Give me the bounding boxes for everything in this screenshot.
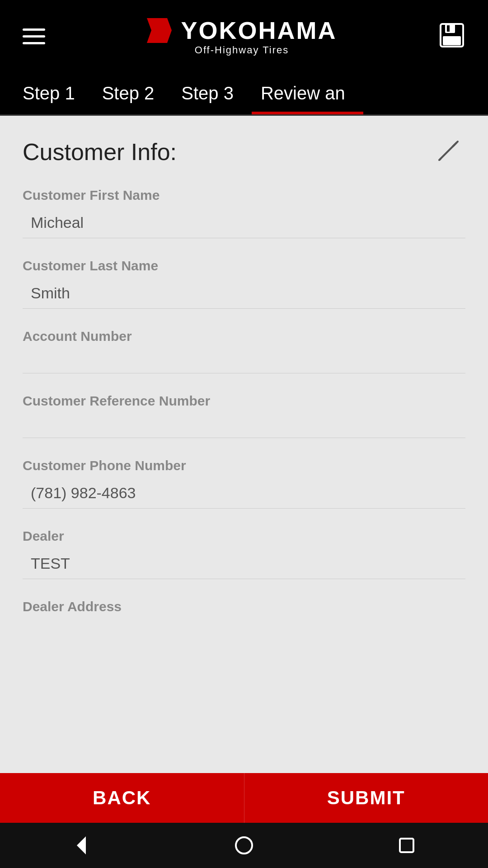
customer-first-name-value: Micheal xyxy=(23,208,465,238)
customer-reference-number-value xyxy=(23,413,465,438)
steps-navigation: Step 1 Step 2 Step 3 Review an xyxy=(0,72,488,116)
account-number-field: Account Number xyxy=(23,329,465,373)
review-tab[interactable]: Review an xyxy=(252,72,363,114)
android-back-icon xyxy=(70,834,93,857)
dealer-address-field: Dealer Address xyxy=(23,599,465,614)
customer-reference-number-field: Customer Reference Number xyxy=(23,393,465,438)
header: YOKOHAMA Off-Highway Tires xyxy=(0,0,488,72)
svg-rect-13 xyxy=(400,839,413,852)
app-title: YOKOHAMA xyxy=(181,16,337,44)
yokohama-chevron-icon xyxy=(147,18,178,43)
svg-line-6 xyxy=(441,145,454,159)
step-2-tab[interactable]: Step 2 xyxy=(93,72,173,114)
dealer-field: Dealer TEST xyxy=(23,528,465,579)
customer-last-name-label: Customer Last Name xyxy=(23,258,465,274)
svg-line-8 xyxy=(453,143,456,146)
app-logo: YOKOHAMA Off-Highway Tires xyxy=(147,16,337,56)
svg-rect-3 xyxy=(445,24,455,33)
save-button[interactable] xyxy=(434,17,470,55)
step-3-tab[interactable]: Step 3 xyxy=(172,72,252,114)
pencil-edit-icon xyxy=(436,138,461,163)
hamburger-menu-button[interactable] xyxy=(18,24,50,49)
customer-phone-number-label: Customer Phone Number xyxy=(23,458,465,473)
submit-button[interactable]: SUBMIT xyxy=(244,773,488,823)
back-button[interactable]: BACK xyxy=(0,773,244,823)
customer-reference-number-label: Customer Reference Number xyxy=(23,393,465,409)
action-bar: BACK SUBMIT xyxy=(0,773,488,823)
dealer-label: Dealer xyxy=(23,528,465,544)
hamburger-line-3 xyxy=(23,42,45,44)
customer-phone-number-value: (781) 982-4863 xyxy=(23,478,465,509)
account-number-label: Account Number xyxy=(23,329,465,344)
svg-rect-5 xyxy=(443,36,461,45)
hamburger-line-1 xyxy=(23,28,45,31)
app-subtitle: Off-Highway Tires xyxy=(195,44,289,56)
customer-first-name-field: Customer First Name Micheal xyxy=(23,188,465,238)
main-content: Customer Info: Customer First Name Miche… xyxy=(0,116,488,773)
edit-customer-info-button[interactable] xyxy=(432,134,465,170)
step-1-tab[interactable]: Step 1 xyxy=(14,72,93,114)
account-number-value xyxy=(23,349,465,373)
hamburger-line-2 xyxy=(23,35,45,38)
customer-last-name-field: Customer Last Name Smith xyxy=(23,258,465,309)
customer-info-header: Customer Info: xyxy=(23,134,465,170)
android-home-icon xyxy=(233,834,255,857)
customer-phone-number-field: Customer Phone Number (781) 982-4863 xyxy=(23,458,465,509)
android-navigation-bar xyxy=(0,823,488,868)
android-home-button[interactable] xyxy=(233,834,255,857)
android-back-button[interactable] xyxy=(70,834,93,857)
logo-chevron-group: YOKOHAMA xyxy=(147,16,337,44)
customer-last-name-value: Smith xyxy=(23,278,465,309)
save-icon xyxy=(438,22,465,49)
svg-point-12 xyxy=(236,837,252,854)
customer-info-title: Customer Info: xyxy=(23,138,177,165)
android-recents-icon xyxy=(395,834,418,857)
svg-marker-11 xyxy=(77,836,86,854)
android-recents-button[interactable] xyxy=(395,834,418,857)
customer-first-name-label: Customer First Name xyxy=(23,188,465,203)
dealer-value: TEST xyxy=(23,548,465,579)
dealer-address-label: Dealer Address xyxy=(23,599,465,614)
svg-rect-4 xyxy=(447,25,450,32)
